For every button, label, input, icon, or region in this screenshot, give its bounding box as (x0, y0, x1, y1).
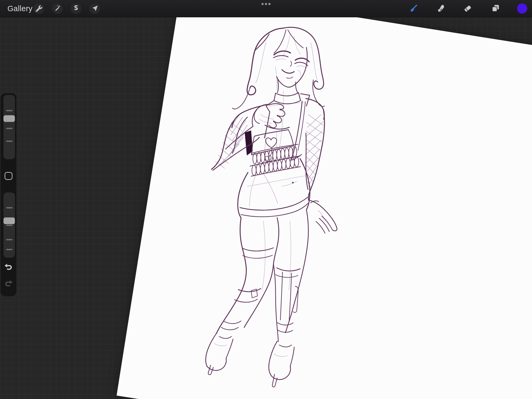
magic-wand-icon (53, 4, 62, 13)
slider-tick (6, 239, 13, 240)
slider-tick (6, 141, 13, 142)
dot (261, 3, 264, 5)
selection-button[interactable] (71, 3, 81, 14)
eraser-icon (463, 4, 472, 13)
procreate-window: Gallery (0, 0, 532, 399)
undo-button[interactable] (3, 263, 14, 272)
smudge-icon (436, 4, 446, 13)
erase-tool-button[interactable] (462, 3, 473, 14)
slider-tick (6, 249, 13, 250)
paint-tool-button[interactable] (408, 3, 419, 14)
selection-s-icon (72, 4, 80, 13)
sidebar (1, 93, 16, 296)
gallery-button[interactable]: Gallery (7, 0, 32, 17)
undo-arrow-icon (3, 263, 14, 271)
color-swatch (517, 3, 527, 14)
layers-icon (491, 4, 500, 13)
color-button[interactable] (517, 3, 527, 14)
slider-tick (6, 225, 13, 226)
adjustments-button[interactable] (52, 3, 63, 14)
smudge-tool-button[interactable] (435, 3, 446, 14)
wrench-icon (36, 5, 42, 12)
transform-arrow-icon (91, 5, 99, 13)
drawing-canvas[interactable] (117, 0, 532, 399)
slider-tick (6, 207, 13, 208)
slider-tick (6, 128, 13, 129)
slider-tick (6, 110, 13, 111)
brush-opacity-slider[interactable] (3, 192, 15, 258)
actions-button[interactable] (34, 3, 44, 14)
modify-button[interactable] (5, 172, 13, 180)
layers-button[interactable] (490, 3, 501, 14)
dot (268, 3, 271, 5)
brush-opacity-handle[interactable] (3, 217, 15, 224)
redo-button[interactable] (3, 279, 14, 289)
redo-arrow-icon (3, 279, 14, 287)
brush-size-handle[interactable] (3, 115, 15, 122)
transform-button[interactable] (89, 3, 100, 14)
brush-icon (409, 4, 418, 13)
dot (265, 3, 267, 5)
topbar: Gallery (0, 0, 532, 17)
multitasking-indicator[interactable] (261, 3, 271, 6)
brush-size-slider[interactable] (3, 95, 15, 159)
